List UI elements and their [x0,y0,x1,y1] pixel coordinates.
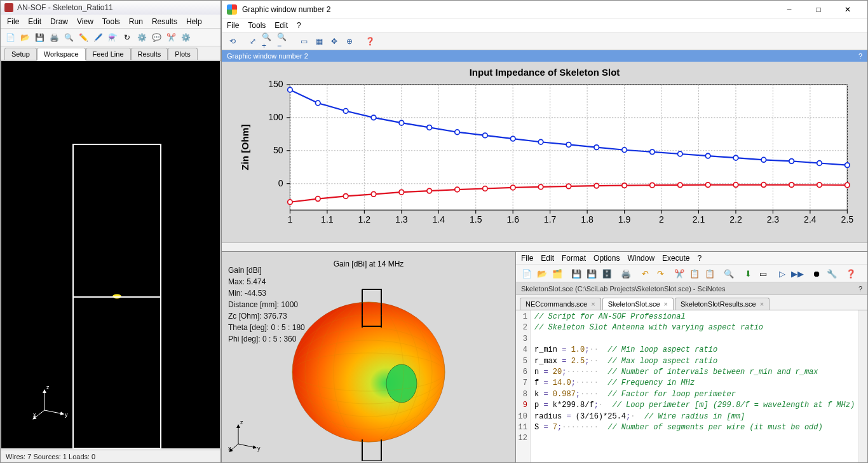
gmenu-tools[interactable]: Tools [248,21,266,30]
gmenu-file[interactable]: File [227,21,239,30]
undo-icon[interactable]: ↶ [638,266,652,280]
menu-run[interactable]: Run [129,17,143,26]
print-icon[interactable]: 🖨️ [47,31,61,45]
help-icon[interactable]: ❓ [363,34,377,48]
find-icon[interactable]: 🔍 [722,266,736,280]
refresh-icon[interactable]: ↻ [120,31,134,45]
smenu-file[interactable]: File [521,254,533,263]
smenu-help[interactable]: ? [697,254,702,263]
zoom-in-icon[interactable]: 🔍+ [261,34,275,48]
vertical-scrollbar[interactable] [858,310,867,462]
close-button[interactable]: ✕ [833,1,862,18]
record-icon[interactable]: ⏺ [810,266,824,280]
svg-point-102 [650,183,655,188]
chart-area[interactable]: Input Impedance of Skeleton Slot 11.11.2… [222,62,867,242]
menu-results[interactable]: Results [152,17,177,26]
svg-point-88 [845,163,850,168]
wrench-icon[interactable]: 🔧 [825,266,839,280]
svg-text:2.4: 2.4 [804,214,817,225]
tab-workspace[interactable]: Workspace [37,48,86,60]
chat-icon[interactable]: 💬 [149,31,163,45]
help-q-icon[interactable]: ? [858,285,862,293]
select-rect-icon[interactable]: ▭ [297,34,311,48]
play-icon[interactable]: ▷ [775,266,789,280]
gwin-hscrollbar[interactable] [222,242,867,251]
save-all-icon[interactable]: 🗄️ [600,266,614,280]
scinotes-pathbar: SkeletonSlot.sce (C:\SciLab Projects\Ske… [516,282,867,295]
svg-point-108 [817,183,822,188]
zoom-out-icon[interactable]: 🔍− [276,34,290,48]
minimize-button[interactable]: – [775,1,804,18]
continue-icon[interactable]: ▶▶ [790,266,804,280]
open-icon[interactable]: 📂 [535,266,549,280]
ansof-toolbar: 📄 📂 💾 🖨️ 🔍 ✏️ 🖊️ ⚗️ ↻ ⚙️ 💬 ✂️ ⚙️ [1,29,220,46]
save-as-icon[interactable]: 💾 [585,266,599,280]
menu-edit[interactable]: Edit [28,17,41,26]
menu-view[interactable]: View [77,17,93,26]
smenu-options[interactable]: Options [593,254,620,263]
copy-icon[interactable]: 📋 [688,266,702,280]
maximize-button[interactable]: □ [804,1,833,18]
new-file-icon[interactable]: 📄 [3,31,17,45]
code-editor[interactable]: 123456789101112 // Script for AN-SOF Pro… [516,310,867,462]
zoom-fit-icon[interactable]: ⤢ [246,34,260,48]
gain3d-panel: Gain [dBi] at 14 MHz Gain [dBi] Max: 5.4… [221,252,516,463]
open-file-icon[interactable]: 📂 [18,31,32,45]
ansof-3d-view[interactable]: z y x [1,61,220,448]
svg-text:1: 1 [288,214,293,225]
smenu-format[interactable]: Format [562,254,586,263]
gwin-subtitle-bar: Graphic window number 2 ? [222,50,867,62]
tab-plots[interactable]: Plots [168,48,197,60]
pan-icon[interactable]: ✥ [327,34,341,48]
highlight-icon[interactable]: 🖊️ [91,31,105,45]
new-icon[interactable]: 📄 [520,266,534,280]
redo-icon[interactable]: ↷ [653,266,667,280]
smenu-edit[interactable]: Edit [541,254,554,263]
gmenu-help[interactable]: ? [297,21,301,30]
menu-draw[interactable]: Draw [50,17,68,26]
smenu-window[interactable]: Window [627,254,654,263]
tab-neccommands[interactable]: NECcommands.sce × [520,298,601,310]
gmenu-edit[interactable]: Edit [275,21,288,30]
save-icon[interactable]: 💾 [569,266,583,280]
cut-icon[interactable]: ✂️ [672,266,686,280]
tab-setup[interactable]: Setup [4,48,37,60]
help-icon[interactable]: ❓ [844,266,858,280]
tab-results[interactable]: Results [131,48,168,60]
tab-skeletonslot[interactable]: SkeletonSlot.sce × [602,298,674,310]
search-icon[interactable]: 🔍 [62,31,76,45]
rotate3d-icon[interactable]: ⟲ [226,34,240,48]
select-all-icon[interactable]: ▦ [312,34,326,48]
tab-skeletonslotresults[interactable]: SkeletonSlotResults.sce × [675,298,770,310]
flask-icon[interactable]: ⚗️ [105,31,119,45]
menu-tools[interactable]: Tools [102,17,120,26]
paste-icon[interactable]: 📋 [703,266,717,280]
source-marker [112,294,121,299]
close-icon[interactable]: × [760,300,764,308]
svg-point-82 [677,151,682,156]
datatip-icon[interactable]: ⊕ [342,34,356,48]
smenu-execute[interactable]: Execute [662,254,689,263]
settings-icon[interactable]: ⚙️ [179,31,193,45]
cut-icon[interactable]: ✂️ [164,31,178,45]
code-content[interactable]: // Script for AN-SOF Professional// Skel… [531,310,858,462]
tab-feedline[interactable]: Feed Line [86,48,131,60]
svg-text:1.6: 1.6 [506,214,519,225]
download-icon[interactable]: ⬇ [741,266,755,280]
impedance-chart[interactable]: 11.11.21.31.41.51.61.71.81.922.12.22.32.… [228,78,861,235]
save-icon[interactable]: 💾 [32,31,46,45]
close-icon[interactable]: × [591,300,595,308]
menu-file[interactable]: File [7,17,19,26]
pencil-icon[interactable]: ✏️ [76,31,90,45]
menu-help[interactable]: Help [186,17,202,26]
ansof-titlebar[interactable]: AN-SOF - Skeleton_Ratio11 [1,1,220,15]
recent-icon[interactable]: 🗂️ [550,266,564,280]
gear-icon[interactable]: ⚙️ [135,31,149,45]
svg-text:1.4: 1.4 [432,214,445,225]
print-icon[interactable]: 🖨️ [619,266,633,280]
svg-point-81 [650,149,655,155]
close-icon[interactable]: × [664,300,668,308]
run-file-icon[interactable]: ▭ [756,266,770,280]
gwin-titlebar[interactable]: Graphic window number 2 – □ ✕ [222,1,867,18]
help-q-icon[interactable]: ? [858,52,862,60]
